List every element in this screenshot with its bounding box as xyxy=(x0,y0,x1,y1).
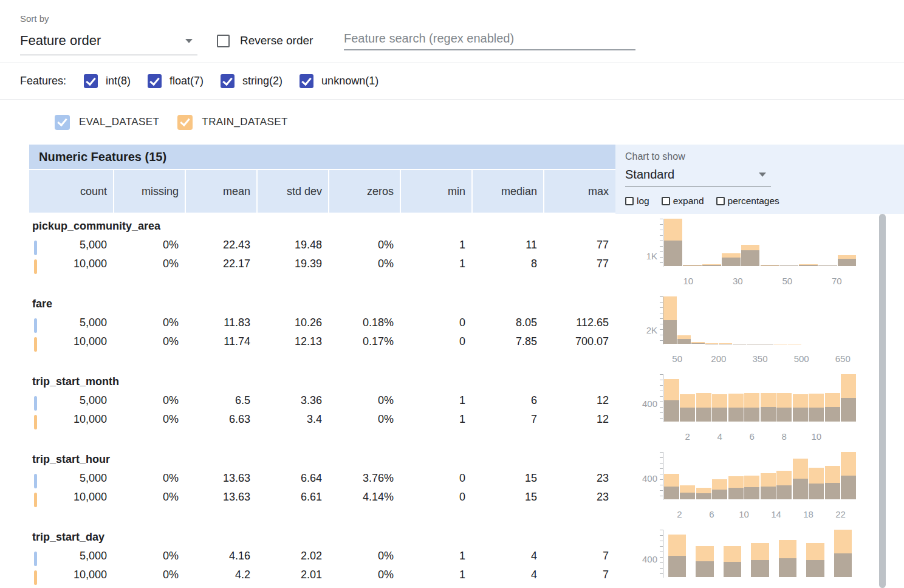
dataset-toggle-eval[interactable]: EVAL_DATASET xyxy=(55,115,159,130)
facets-overview-app: Sort by Feature order Reverse order Feat… xyxy=(0,0,904,588)
histogram-plot xyxy=(663,296,857,344)
chart-to-show-label: Chart to show xyxy=(625,151,685,162)
feature-type-filter-string[interactable]: string(2) xyxy=(221,74,282,88)
feature-type-label: int(8) xyxy=(106,75,131,87)
dataset-swatch xyxy=(34,474,37,488)
histogram-overlap-bar xyxy=(825,407,840,422)
stat-cell: 12 xyxy=(543,413,615,426)
histogram-overlap-bar xyxy=(696,561,714,577)
chart-type-value: Standard xyxy=(625,168,674,182)
stat-cell: 112.65 xyxy=(543,316,615,329)
chart-option-expand[interactable]: expand xyxy=(662,196,704,207)
stat-cell: 19.39 xyxy=(256,258,328,270)
histogram-overlap-bar xyxy=(841,398,856,422)
histogram-plot xyxy=(663,530,857,577)
histogram-overlap-bar xyxy=(712,408,727,422)
feature-type-label: unknown(1) xyxy=(321,75,378,87)
dataset-name-label: EVAL_DATASET xyxy=(79,116,159,128)
feature-type-label: string(2) xyxy=(242,75,282,87)
feature-type-filter-int[interactable]: int(8) xyxy=(84,74,131,88)
chart-option-log[interactable]: log xyxy=(625,196,649,207)
histogram-overlap-bar xyxy=(680,493,695,499)
feature-rows: pickup_community_area5,0000%22.4319.480%… xyxy=(29,214,904,588)
histogram-overlap-bar xyxy=(799,265,818,266)
stat-cell: 4.2 xyxy=(185,569,256,581)
stat-cell: 1 xyxy=(400,569,471,581)
chart-controls-panel: Chart to show Standard log expand xyxy=(615,145,904,214)
stat-cell: 0% xyxy=(328,258,400,270)
dataset-toggle-train[interactable]: TRAIN_DATASET xyxy=(177,115,288,130)
stat-cell: 0% xyxy=(113,316,185,329)
dataset-swatch xyxy=(34,493,37,507)
histogram-overlap-bar xyxy=(696,408,711,422)
stat-cell: 0% xyxy=(328,394,400,407)
feature-block-trip_start_hour: trip_start_hour5,0000%13.636.643.76%0152… xyxy=(29,447,904,525)
reverse-order-checkbox[interactable]: Reverse order xyxy=(217,34,313,47)
histogram-overlap-bar xyxy=(761,265,779,266)
stat-cell: 0% xyxy=(113,394,185,407)
stat-cell: 700.07 xyxy=(543,335,615,348)
stat-cell: 6 xyxy=(471,394,543,407)
y-axis-gridline-label: 400 xyxy=(623,398,657,409)
stat-cell: 0% xyxy=(113,239,185,251)
stat-cell: 11.74 xyxy=(185,335,256,348)
column-header-std-dev: std dev xyxy=(256,170,328,213)
stat-cell: 0% xyxy=(328,569,400,581)
column-header-max: max xyxy=(543,170,615,213)
x-axis-tick-label: 500 xyxy=(794,354,809,364)
stat-cell: 0.18% xyxy=(328,316,400,329)
histogram-overlap-bar xyxy=(793,479,808,499)
numeric-features-header: Numeric Features (15) xyxy=(29,145,615,170)
chevron-down-icon xyxy=(759,173,766,177)
y-axis-gridline-label: 2K xyxy=(623,325,657,335)
x-axis-tick-label: 6 xyxy=(709,509,714,519)
sort-order-select[interactable]: Feature order xyxy=(20,33,197,55)
stat-cell: 5,000 xyxy=(29,394,113,407)
stat-cell: 12 xyxy=(543,394,615,407)
vertical-scrollbar[interactable] xyxy=(879,214,886,588)
dataset-swatch xyxy=(34,415,37,429)
stat-cell: 10.26 xyxy=(256,316,328,329)
chart-type-select[interactable]: Standard xyxy=(625,168,771,187)
stat-cell: 0 xyxy=(400,335,471,348)
stat-cell: 6.61 xyxy=(256,491,328,504)
dataset-name-label: TRAIN_DATASET xyxy=(202,116,288,128)
chart-option-percentages[interactable]: percentages xyxy=(716,196,779,207)
feature-block-trip_start_month: trip_start_month5,0000%6.53.360%161210,0… xyxy=(29,369,904,447)
numeric-features-table: Numeric Features (15) countmissingmeanst… xyxy=(29,145,904,588)
x-axis-tick-label: 18 xyxy=(803,509,813,519)
stat-cell: 13.63 xyxy=(185,491,256,504)
stat-cell: 1 xyxy=(400,413,471,426)
feature-type-filter-float[interactable]: float(7) xyxy=(148,74,204,88)
stat-cell: 0% xyxy=(113,258,185,270)
stat-cell: 0% xyxy=(113,569,185,581)
column-header-zeros: zeros xyxy=(328,170,400,213)
x-axis-tick-label: 10 xyxy=(683,276,693,286)
histogram-overlap-bar xyxy=(776,485,792,499)
stat-cell: 1 xyxy=(400,239,471,251)
stat-cell: 6.63 xyxy=(185,413,256,426)
feature-block-fare: fare5,0000%11.8310.260.18%08.05112.6510,… xyxy=(29,292,904,369)
feature-type-filter-unknown[interactable]: unknown(1) xyxy=(300,74,378,88)
feature-search-input[interactable] xyxy=(344,28,635,50)
histogram-overlap-bar xyxy=(751,560,769,577)
histogram-overlap-bar xyxy=(761,407,776,422)
stat-cell: 0 xyxy=(400,316,471,329)
chevron-down-icon xyxy=(185,39,193,43)
histogram-overlap-bar xyxy=(664,400,679,422)
features-filter-bar: Features: int(8) float(7) string(2) unkn… xyxy=(0,63,904,100)
histogram-overlap-bar xyxy=(806,560,824,577)
histogram-overlap-bar xyxy=(741,250,760,266)
stat-cell: 4.16 xyxy=(185,550,256,562)
histogram-chart-trip_start_month: 400246810 xyxy=(663,374,904,447)
histogram-chart-pickup_community_area: 1K10305070 xyxy=(663,219,904,292)
stat-cell: 77 xyxy=(543,239,615,251)
x-axis-tick-label: 30 xyxy=(733,276,743,286)
stat-cell: 7 xyxy=(543,569,615,581)
histogram-overlap-bar xyxy=(776,408,792,422)
x-axis-tick-label: 10 xyxy=(739,509,749,519)
histogram-overlap-bar xyxy=(744,487,759,499)
features-label: Features: xyxy=(20,75,66,87)
histogram-plot xyxy=(663,452,857,499)
checkbox-unchecked-icon xyxy=(662,197,670,205)
